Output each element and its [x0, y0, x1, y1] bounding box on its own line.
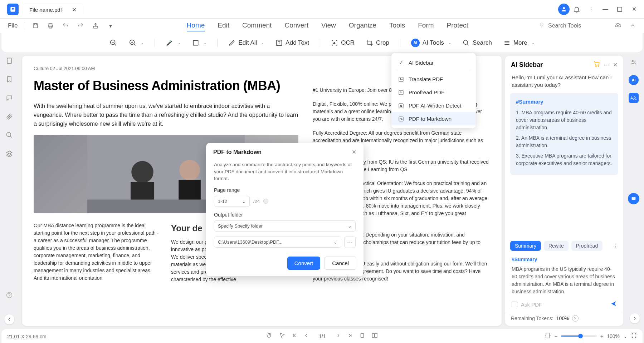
tab-proofread[interactable]: Proofread [571, 241, 602, 251]
last-page-icon[interactable] [347, 333, 353, 339]
file-menu[interactable]: File [5, 22, 20, 29]
minimize-icon[interactable]: — [598, 2, 613, 16]
ai-tools-button[interactable]: AIAI Tools⌄ [408, 36, 455, 49]
cloud-icon[interactable] [612, 20, 624, 32]
zoom-out-button[interactable] [106, 37, 121, 49]
ocr-button[interactable]: AOCR [327, 37, 358, 49]
close-tab-icon[interactable]: ✕ [72, 6, 77, 13]
dropdown-pdf-to-markdown[interactable]: PDF to Markdown [391, 112, 476, 125]
tab-summary[interactable]: Summary [510, 241, 541, 251]
close-window-icon[interactable]: ✕ [627, 2, 641, 16]
search-tools-input[interactable] [548, 23, 598, 29]
zoom-slider[interactable] [561, 335, 597, 337]
more-quick-icon[interactable]: ▾ [104, 20, 117, 32]
print-icon[interactable] [44, 20, 57, 32]
dropdown-proofread-pdf[interactable]: Proofread PDF [391, 86, 476, 99]
add-text-button[interactable]: Add Text [272, 37, 313, 49]
zoom-dropdown-icon[interactable]: ⌄ [623, 333, 628, 339]
document-tab[interactable]: File name.pdf ✕ [23, 4, 83, 16]
dialog-close-icon[interactable]: ✕ [352, 149, 356, 155]
send-icon[interactable] [610, 300, 617, 308]
two-page-icon[interactable] [372, 332, 378, 340]
dropdown-translate-pdf[interactable]: Translate PDF [391, 73, 476, 86]
nav-protect[interactable]: Protect [447, 20, 468, 31]
kebab-menu-icon[interactable]: ⋮ [584, 2, 598, 16]
chat-shortcut-icon[interactable] [628, 193, 639, 204]
edit-all-button[interactable]: Edit All⌄ [225, 37, 268, 49]
layers-icon[interactable] [6, 150, 13, 159]
single-page-icon[interactable] [360, 333, 365, 339]
nav-tools[interactable]: Tools [389, 20, 405, 31]
tab-title: File name.pdf [29, 7, 62, 13]
nav-edit[interactable]: Edit [218, 20, 229, 31]
convert-button[interactable]: Convert [287, 257, 321, 270]
nav-form[interactable]: Form [418, 20, 434, 31]
cancel-button[interactable]: Cancel [325, 257, 356, 270]
ask-pdf-placeholder[interactable]: Ask PDF [521, 302, 607, 308]
thumbnails-icon[interactable] [6, 57, 13, 66]
undo-icon[interactable] [59, 20, 72, 32]
ai-shortcut-icon[interactable]: AI [629, 75, 639, 85]
svg-rect-37 [546, 333, 550, 338]
tab-rewrite[interactable]: Rewite [544, 241, 569, 251]
hand-tool-icon[interactable] [266, 332, 272, 340]
browse-folder-button[interactable]: ⋯ [344, 237, 356, 248]
ask-pdf-checkbox[interactable] [512, 302, 517, 307]
ai-tools-dropdown: ✓ AI Sidebar Translate PDF Proofread PDF… [391, 53, 476, 128]
settings-icon[interactable] [630, 59, 637, 67]
output-folder-mode-select[interactable]: Specify Specify folder ⌄ [214, 220, 356, 232]
tabs-more-icon[interactable]: ⋮ [613, 243, 618, 249]
fullscreen-icon[interactable] [631, 333, 637, 339]
fit-width-icon[interactable] [545, 332, 551, 340]
doc-column-left: Our MBA distance learning programme is t… [34, 222, 161, 283]
zoom-out-icon[interactable]: − [555, 333, 557, 339]
page-range-select[interactable]: 1-12 ⌄ [214, 196, 250, 207]
comments-icon[interactable] [6, 94, 13, 103]
save-icon[interactable] [29, 20, 42, 32]
bookmarks-icon[interactable] [6, 76, 13, 84]
share-icon[interactable] [89, 20, 102, 32]
crop-button[interactable]: Crop [362, 37, 393, 49]
first-page-icon[interactable] [292, 333, 297, 339]
next-page-icon[interactable] [336, 333, 341, 339]
dropdown-ai-sidebar[interactable]: ✓ AI Sidebar [391, 56, 476, 69]
nav-organize[interactable]: Organize [349, 20, 376, 31]
prev-page-icon[interactable] [304, 333, 309, 339]
highlight-button[interactable]: ⌄ [162, 37, 184, 49]
svg-rect-35 [372, 334, 375, 338]
page-indicator[interactable]: 1/1 [315, 333, 329, 339]
dropdown-ai-detect[interactable]: AI PDF AI-Written Detect [391, 99, 476, 112]
prev-page-floating-button[interactable] [4, 314, 14, 324]
nav-view[interactable]: View [321, 20, 336, 31]
more-button[interactable]: More⌄ [500, 37, 538, 49]
shape-button[interactable]: ⌄ [189, 37, 210, 49]
app-logo[interactable] [7, 4, 19, 15]
collapse-icon[interactable] [627, 20, 639, 32]
close-sidebar-icon[interactable]: ✕ [613, 61, 618, 68]
user-avatar[interactable] [558, 4, 570, 15]
next-page-floating-button[interactable] [630, 313, 640, 323]
attachments-icon[interactable] [6, 113, 13, 121]
zoom-in-button[interactable]: ⌄ [125, 37, 147, 49]
search-button[interactable]: Search [459, 37, 496, 49]
nav-convert[interactable]: Convert [284, 20, 308, 31]
select-tool-icon[interactable] [279, 332, 285, 340]
cart-icon[interactable] [594, 61, 600, 69]
page-range-radio[interactable] [263, 199, 268, 204]
svg-point-14 [464, 40, 468, 44]
zoom-in-icon[interactable]: + [600, 333, 603, 339]
svg-point-19 [131, 161, 153, 183]
translate-shortcut-icon[interactable]: A文 [629, 93, 639, 103]
nav-comment[interactable]: Comment [242, 20, 272, 31]
sidebar-menu-icon[interactable]: ⋯ [604, 61, 609, 68]
nav-home[interactable]: Home [187, 20, 205, 31]
redo-icon[interactable] [74, 20, 87, 32]
svg-point-8 [540, 23, 543, 26]
svg-text:A: A [333, 41, 335, 44]
maximize-icon[interactable] [613, 2, 627, 16]
notifications-icon[interactable] [570, 2, 584, 16]
search-panel-icon[interactable] [6, 131, 13, 140]
help-icon[interactable] [6, 292, 13, 300]
output-path-select[interactable]: C:\Users\13609\Desktop\PDF... ⌄ [214, 237, 341, 248]
tokens-help-icon[interactable]: ? [572, 315, 579, 322]
